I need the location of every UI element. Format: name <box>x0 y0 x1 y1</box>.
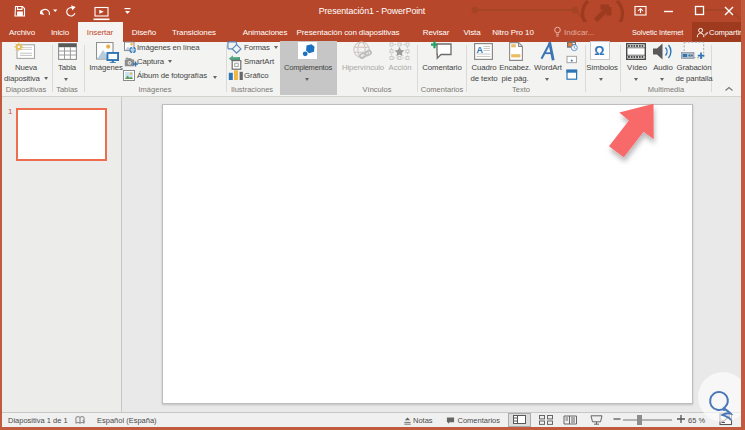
svg-text:Ω: Ω <box>594 44 604 58</box>
svg-text:A: A <box>477 45 484 55</box>
